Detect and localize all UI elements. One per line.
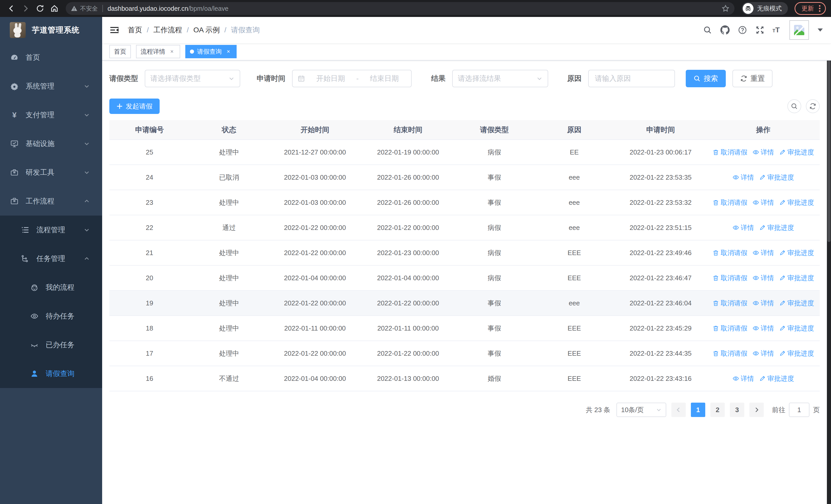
search-button[interactable]: 搜索 (686, 70, 726, 87)
sidebar-item-process-management[interactable]: 流程管理 (0, 215, 102, 244)
reset-button[interactable]: 重置 (733, 70, 773, 87)
approval-progress-link[interactable]: 审批进度 (779, 324, 814, 333)
leave-type-select[interactable]: 请选择请假类型 (145, 70, 240, 87)
sidebar-item-todo-tasks[interactable]: 待办任务 (0, 302, 102, 330)
browser-reload-button[interactable] (34, 2, 46, 14)
approval-progress-link[interactable]: 审批进度 (779, 273, 814, 283)
detail-link[interactable]: 详情 (752, 324, 774, 333)
reason-input[interactable] (589, 75, 675, 83)
chevron-down-icon (84, 169, 90, 176)
breadcrumb-item-workflow[interactable]: 工作流程 (153, 25, 182, 35)
breadcrumb-item-home[interactable]: 首页 (128, 25, 142, 35)
detail-link[interactable]: 详情 (733, 374, 754, 383)
browser-menu-icon[interactable] (819, 5, 821, 12)
date-end-placeholder: 结束日期 (363, 73, 406, 83)
cell-type: 病假 (455, 240, 534, 265)
goto-page-input[interactable] (789, 403, 809, 417)
detail-link[interactable]: 详情 (752, 198, 774, 207)
breadcrumb-separator: / (187, 26, 189, 34)
browser-update-button[interactable]: 更新 (795, 2, 826, 15)
approval-progress-link[interactable]: 审批进度 (759, 173, 794, 182)
detail-link[interactable]: 详情 (752, 299, 774, 308)
detail-link[interactable]: 详情 (752, 273, 774, 283)
eye-closed-icon (30, 341, 38, 349)
page-size-select[interactable]: 10条/页 (617, 403, 666, 417)
tag-process-detail[interactable]: 流程详情 × (136, 45, 180, 58)
approval-progress-link[interactable]: 审批进度 (779, 148, 814, 157)
page-button-2[interactable]: 2 (710, 403, 725, 417)
sidebar-item-dev-tools[interactable]: 研发工具 (0, 158, 102, 187)
tag-leave-query[interactable]: 请假查询 × (185, 45, 237, 58)
font-size-icon[interactable]: TT (773, 26, 780, 34)
apply-time-range-picker[interactable]: 开始日期 - 结束日期 (292, 70, 412, 87)
page-button-3[interactable]: 3 (730, 403, 744, 417)
breadcrumb-item-oa-example[interactable]: OA 示例 (194, 25, 220, 35)
browser-home-button[interactable] (48, 2, 61, 14)
sidebar-item-done-tasks[interactable]: 已办任务 (0, 330, 102, 359)
detail-link[interactable]: 详情 (752, 248, 774, 257)
cancel-leave-link[interactable]: 取消请假 (712, 273, 747, 283)
cancel-leave-link[interactable]: 取消请假 (712, 248, 747, 257)
table-row: 21 处理中 2022-01-22 00:00:00 2022-01-23 00… (109, 240, 820, 265)
address-bar[interactable]: 不安全 dashboard.yudao.iocoder.cn/bpm/oa/le… (66, 2, 735, 15)
bookmark-star-icon[interactable] (722, 5, 729, 12)
next-page-button[interactable] (749, 403, 764, 417)
approval-progress-link[interactable]: 审批进度 (759, 374, 794, 383)
cancel-leave-link[interactable]: 取消请假 (712, 324, 747, 333)
sidebar-item-home[interactable]: 首页 (0, 43, 102, 72)
sidebar-item-system[interactable]: 系统管理 (0, 72, 102, 100)
detail-link[interactable]: 详情 (752, 349, 774, 358)
eye-icon (752, 249, 759, 256)
close-icon[interactable]: × (168, 48, 175, 55)
cell-applied: 2022-01-22 23:45:29 (614, 316, 707, 341)
scrollbar[interactable] (827, 17, 831, 504)
approval-progress-link[interactable]: 审批进度 (779, 349, 814, 358)
approval-progress-link[interactable]: 审批进度 (779, 299, 814, 308)
avatar-dropdown-caret[interactable] (818, 28, 823, 32)
sidebar-item-task-management[interactable]: 任务管理 (0, 244, 102, 273)
table-row: 24 已取消 2022-01-03 00:00:00 2022-01-26 00… (109, 165, 820, 190)
cell-type: 事假 (455, 291, 534, 316)
page-button-1[interactable]: 1 (691, 403, 705, 417)
approval-progress-link[interactable]: 审批进度 (779, 248, 814, 257)
header-search-icon[interactable] (703, 25, 712, 35)
detail-link[interactable]: 详情 (733, 173, 754, 182)
sidebar-item-my-processes[interactable]: 我的流程 (0, 273, 102, 302)
detail-link[interactable]: 详情 (733, 223, 754, 232)
sidebar-item-label: 任务管理 (36, 254, 65, 264)
refresh-table-button[interactable] (806, 99, 820, 113)
detail-link[interactable]: 详情 (752, 148, 774, 157)
browser-back-button[interactable] (5, 2, 18, 14)
help-icon[interactable] (738, 25, 747, 35)
close-icon[interactable]: × (225, 48, 232, 55)
flow-branch-icon (21, 255, 29, 263)
create-leave-button[interactable]: 发起请假 (109, 98, 160, 114)
fullscreen-icon[interactable] (755, 25, 765, 35)
cell-status: 处理中 (190, 190, 268, 215)
sidebar-item-workflow[interactable]: 工作流程 (0, 187, 102, 215)
cell-type: 事假 (455, 190, 534, 215)
security-warning[interactable]: 不安全 (71, 5, 98, 12)
approval-progress-link[interactable]: 审批进度 (759, 223, 794, 232)
sidebar-collapse-icon[interactable] (109, 25, 120, 35)
avatar[interactable] (790, 20, 809, 40)
prev-page-button[interactable] (671, 403, 686, 417)
browser-forward-button[interactable] (20, 2, 32, 14)
cell-status: 处理中 (190, 265, 268, 291)
tag-home[interactable]: 首页 (109, 45, 131, 58)
cancel-leave-link[interactable]: 取消请假 (712, 299, 747, 308)
cancel-leave-link[interactable]: 取消请假 (712, 148, 747, 157)
incognito-label: 无痕模式 (757, 4, 782, 12)
cancel-leave-link[interactable]: 取消请假 (712, 349, 747, 358)
edit-icon (779, 199, 786, 206)
result-select[interactable]: 请选择流结果 (452, 70, 548, 87)
cancel-leave-link[interactable]: 取消请假 (712, 198, 747, 207)
sidebar-item-payment[interactable]: ¥ 支付管理 (0, 100, 102, 129)
sidebar-item-leave-query[interactable]: 请假查询 (0, 359, 102, 388)
toggle-search-button[interactable] (787, 99, 801, 113)
github-icon[interactable] (720, 25, 730, 35)
sidebar-item-infrastructure[interactable]: 基础设施 (0, 129, 102, 158)
approval-progress-link[interactable]: 审批进度 (779, 198, 814, 207)
sidebar: 芋道管理系统 首页 系统管理 ¥ (0, 17, 102, 504)
cell-reason: EEE (534, 341, 614, 366)
